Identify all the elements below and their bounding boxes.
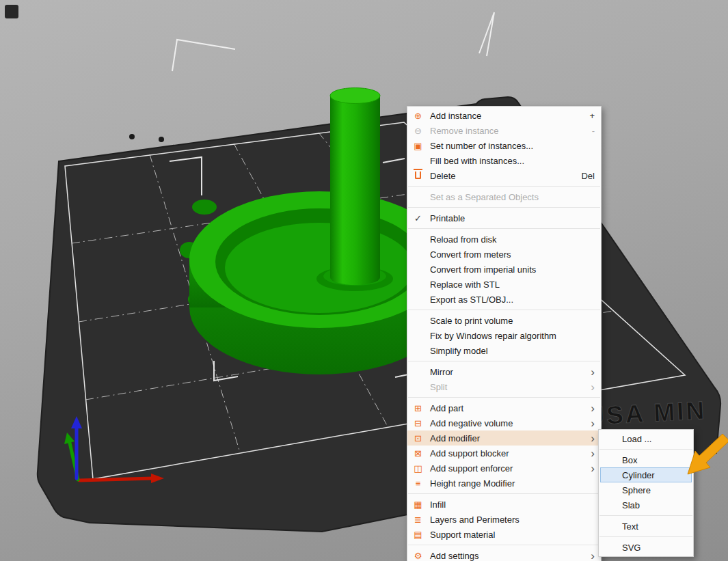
menu-separator <box>408 207 600 208</box>
menu-shortcut: Del <box>581 171 595 181</box>
menu-item-height-range-modifier[interactable]: ≡ Height range Modifier <box>407 476 601 491</box>
menu-item-label: Height range Modifier <box>430 478 595 489</box>
submenu-item-load[interactable]: Load ... <box>599 431 693 446</box>
menu-item-add-support-enforcer[interactable]: ◫ Add support enforcer › <box>407 461 601 476</box>
menu-item-label: Export as STL/OBJ... <box>430 295 595 305</box>
add-modifier-submenu: Load ... Box Cylinder Sphere Slab Text S… <box>598 429 694 557</box>
context-menu: ⊕ Add instance + ⊖ Remove instance - ▣ S… <box>407 106 602 561</box>
menu-separator <box>408 228 600 229</box>
menu-item-simplify-model[interactable]: Simplify model <box>407 343 601 358</box>
submenu-item-cylinder[interactable]: Cylinder <box>600 467 692 482</box>
menu-item-label: Add support enforcer <box>430 463 582 474</box>
menu-item-add-part[interactable]: ⊞ Add part › <box>407 400 601 415</box>
submenu-item-label: Text <box>622 521 687 532</box>
menu-item-label: Split <box>430 382 582 392</box>
layers-perimeters-icon: ≣ <box>412 515 424 524</box>
menu-item-reload-from-disk[interactable]: Reload from disk <box>407 232 601 247</box>
menu-item-delete[interactable]: Delete Del <box>407 168 601 183</box>
menu-item-label: Scale to print volume <box>430 316 595 326</box>
submenu-arrow-icon: › <box>589 448 595 459</box>
submenu-arrow-icon: › <box>589 366 595 378</box>
infill-icon: ▦ <box>412 500 424 509</box>
menu-item-scale-to-print-volume[interactable]: Scale to print volume <box>407 313 601 328</box>
menu-item-label: Mirror <box>430 367 582 377</box>
menu-item-label: Add modifier <box>430 433 582 443</box>
set-instances-icon: ▣ <box>412 141 424 150</box>
menu-item-label: Replace with STL <box>430 279 595 290</box>
menu-item-replace-with-stl[interactable]: Replace with STL <box>407 277 601 292</box>
menu-item-label: Reload from disk <box>430 234 595 245</box>
bed-screw <box>129 134 135 139</box>
menu-shortcut: + <box>589 111 595 121</box>
add-support-blocker-icon: ⊠ <box>412 449 424 458</box>
menu-item-set-as-separated-objects: Set as a Separated Objects <box>407 189 601 204</box>
submenu-item-label: Box <box>622 455 687 465</box>
menu-item-label: Convert from meters <box>430 249 595 260</box>
menu-item-mirror[interactable]: Mirror › <box>407 364 601 379</box>
menu-item-label: Add settings <box>430 551 582 561</box>
menu-item-label: Set number of instances... <box>430 141 595 151</box>
submenu-arrow-icon: › <box>589 402 595 414</box>
menu-item-remove-instance: ⊖ Remove instance - <box>407 123 601 138</box>
menu-item-label: Infill <box>430 500 595 510</box>
menu-item-label: Add part <box>430 403 582 413</box>
menu-item-split: Split › <box>407 379 601 394</box>
menu-item-fix-by-windows-repair[interactable]: Fix by Windows repair algorithm <box>407 328 601 343</box>
submenu-arrow-icon: › <box>589 550 595 561</box>
menu-item-layers-and-perimeters[interactable]: ≣ Layers and Perimeters <box>407 512 601 527</box>
submenu-item-slab[interactable]: Slab <box>599 497 693 512</box>
menu-item-label: Add instance <box>430 111 582 121</box>
menu-item-add-settings[interactable]: ⚙ Add settings › <box>407 548 601 561</box>
add-settings-gear-icon: ⚙ <box>412 551 424 560</box>
menu-item-label: Add negative volume <box>430 418 582 428</box>
menu-item-convert-from-imperial-units[interactable]: Convert from imperial units <box>407 262 601 277</box>
submenu-item-text[interactable]: Text <box>599 519 693 534</box>
menu-item-add-negative-volume[interactable]: ⊟ Add negative volume › <box>407 415 601 430</box>
ui-corner-widget <box>5 5 18 18</box>
menu-item-printable[interactable]: ✓ Printable <box>407 210 601 225</box>
menu-item-convert-from-meters[interactable]: Convert from meters <box>407 247 601 262</box>
menu-item-label: Convert from imperial units <box>430 264 595 275</box>
add-instance-icon: ⊕ <box>412 111 424 120</box>
support-material-icon: ▤ <box>412 530 424 539</box>
menu-item-set-number-of-instances[interactable]: ▣ Set number of instances... <box>407 138 601 153</box>
menu-separator <box>408 186 600 187</box>
menu-item-add-support-blocker[interactable]: ⊠ Add support blocker › <box>407 446 601 461</box>
submenu-item-label: Load ... <box>622 434 687 444</box>
menu-item-label: Fill bed with instances... <box>430 156 595 166</box>
submenu-item-label: SVG <box>622 543 687 553</box>
menu-separator <box>599 515 692 516</box>
submenu-item-box[interactable]: Box <box>599 452 693 467</box>
menu-item-label: Set as a Separated Objects <box>430 192 595 202</box>
menu-separator <box>408 493 600 494</box>
menu-item-support-material[interactable]: ▤ Support material <box>407 527 601 542</box>
menu-item-label: Support material <box>430 530 595 540</box>
menu-item-label: Delete <box>430 171 574 181</box>
menu-item-add-modifier[interactable]: ⊡ Add modifier › <box>407 430 601 446</box>
axis-x-red <box>79 478 153 480</box>
submenu-arrow-icon: › <box>589 381 595 393</box>
menu-shortcut: - <box>592 126 595 136</box>
menu-item-export-as-stl-obj[interactable]: Export as STL/OBJ... <box>407 292 601 307</box>
submenu-item-sphere[interactable]: Sphere <box>599 482 693 497</box>
bed-screw <box>159 137 164 142</box>
add-support-enforcer-icon: ◫ <box>412 464 424 473</box>
menu-item-add-instance[interactable]: ⊕ Add instance + <box>407 108 601 123</box>
menu-item-fill-bed-with-instances[interactable]: Fill bed with instances... <box>407 153 601 168</box>
printable-check-icon: ✓ <box>412 214 424 223</box>
menu-separator <box>599 536 692 537</box>
add-modifier-icon: ⊡ <box>412 434 424 443</box>
add-negative-volume-icon: ⊟ <box>412 419 424 428</box>
add-part-icon: ⊞ <box>412 404 424 413</box>
menu-separator <box>599 449 692 450</box>
menu-item-label: Layers and Perimeters <box>430 515 595 525</box>
delete-icon <box>412 172 424 180</box>
menu-separator <box>408 361 600 361</box>
menu-item-infill[interactable]: ▦ Infill <box>407 497 601 512</box>
menu-item-label: Add support blocker <box>430 448 582 459</box>
menu-separator <box>408 397 600 398</box>
submenu-item-svg[interactable]: SVG <box>599 540 693 555</box>
submenu-item-label: Cylinder <box>622 470 686 480</box>
height-range-modifier-icon: ≡ <box>412 479 424 488</box>
menu-item-label: Remove instance <box>430 126 585 136</box>
